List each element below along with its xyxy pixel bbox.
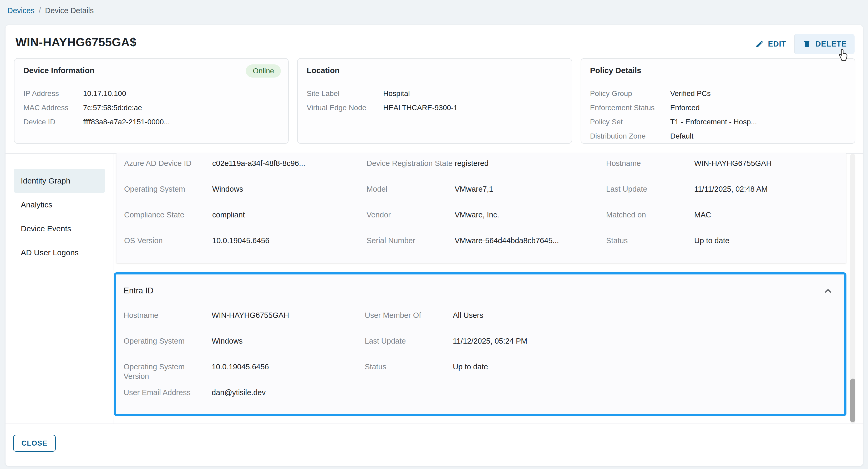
cell-value: 11/12/2025, 05:24 PM [453, 336, 527, 346]
pencil-icon [755, 40, 764, 49]
cell-value: dan@ytisile.dev [212, 388, 266, 397]
table-cell: Status Up to date [365, 362, 844, 388]
vertical-scrollbar-track[interactable] [850, 154, 856, 424]
cell-label: Model [367, 184, 455, 194]
cell-label: User Member Of [365, 310, 453, 320]
table-cell: Operating System Version 10.0.19045.6456 [124, 362, 365, 388]
kv-row: Policy Group Verified PCs [590, 90, 846, 97]
policy-details-title: Policy Details [590, 66, 846, 75]
cell-label: Status [365, 362, 453, 372]
cell-label: Last Update [365, 336, 453, 346]
cell-value: 10.0.19045.6456 [212, 236, 270, 245]
cell-value: All Users [453, 310, 483, 320]
location-title: Location [307, 66, 562, 75]
close-button[interactable]: CLOSE [13, 435, 56, 452]
kv-row: IP Address 10.17.10.100 [23, 90, 279, 97]
sidebar-item-ad-user-logons[interactable]: AD User Logons [14, 241, 105, 264]
kv-value: Hospital [383, 90, 410, 97]
table-cell: Model VMware7,1 [367, 184, 606, 210]
table-cell [365, 388, 844, 413]
cell-value: Windows [212, 184, 243, 194]
breadcrumb: Devices / Device Details [7, 6, 94, 15]
section-divider-bottom [5, 424, 863, 424]
sidebar-item-analytics[interactable]: Analytics [14, 193, 105, 217]
entra-id-title: Entra ID [124, 286, 154, 295]
page-title: WIN-HAYHG6755GA$ [16, 35, 136, 49]
table-cell: Status Up to date [606, 236, 846, 261]
device-information-card: Device Information Online IP Address 10.… [14, 58, 289, 144]
kv-label: Distribution Zone [590, 132, 670, 140]
cell-label: OS Version [124, 236, 212, 245]
location-rows: Site Label Hospital Virtual Edge Node HE… [307, 90, 562, 112]
kv-label: Site Label [307, 90, 383, 97]
kv-value: ffff83a8-a7a2-2151-0000... [83, 118, 170, 126]
cell-label: Operating System [124, 336, 212, 346]
sidebar-item-device-events[interactable]: Device Events [14, 217, 105, 241]
kv-value: 10.17.10.100 [83, 90, 126, 97]
policy-set-link[interactable]: T1 - Enforcement - Hosp... [670, 118, 757, 126]
cell-value: 10.0.19045.6456 [212, 362, 269, 372]
cell-label: Device Registration State [367, 159, 455, 168]
cell-value: registered [455, 159, 489, 168]
cell-label: Vendor [367, 210, 455, 220]
online-status-badge: Online [246, 64, 281, 77]
table-cell: Compliance State compliant [124, 210, 367, 236]
device-information-rows: IP Address 10.17.10.100 MAC Address 7c:5… [23, 90, 279, 126]
table-cell: Hostname WIN-HAYHG6755GAH [606, 159, 846, 184]
cell-value: VMware, Inc. [455, 210, 499, 220]
kv-label: Policy Set [590, 118, 670, 126]
collapse-section-button[interactable] [822, 285, 834, 296]
cell-value: Up to date [453, 362, 488, 372]
kv-value: Enforced [670, 104, 700, 112]
table-cell: Hostname WIN-HAYHG6755GAH [124, 310, 365, 336]
edit-button-label: EDIT [768, 40, 786, 49]
identity-graph-grid: Azure AD Device ID c02e119a-a34f-48f8-8c… [117, 153, 846, 261]
breadcrumb-current: Device Details [45, 6, 94, 15]
summary-cards-row: Device Information Online IP Address 10.… [14, 58, 856, 144]
edit-button[interactable]: EDIT [747, 34, 794, 54]
cell-value: Up to date [694, 236, 730, 245]
kv-label: IP Address [23, 90, 83, 97]
detail-sidebar: Identity Graph Analytics Device Events A… [14, 169, 105, 264]
cell-value: VMware7,1 [455, 184, 493, 194]
entra-id-grid: Hostname WIN-HAYHG6755GAH Operating Syst… [124, 310, 844, 413]
kv-row: MAC Address 7c:57:58:5d:de:ae [23, 104, 279, 112]
identity-graph-table: Azure AD Device ID c02e119a-a34f-48f8-8c… [117, 153, 846, 263]
cell-value: c02e119a-a34f-48f8-8c96... [212, 159, 305, 168]
chevron-up-icon [823, 285, 834, 296]
table-cell: Matched on MAC [606, 210, 846, 236]
cell-label: Hostname [606, 159, 694, 168]
sidebar-item-identity-graph[interactable]: Identity Graph [14, 169, 105, 193]
cell-value: Windows [212, 336, 243, 346]
cell-value: compliant [212, 210, 245, 220]
cell-label: User Email Address [124, 388, 212, 397]
kv-row: Site Label Hospital [307, 90, 562, 97]
kv-label: Enforcement Status [590, 104, 670, 112]
cell-value: WIN-HAYHG6755GAH [694, 159, 772, 168]
virtual-edge-node-link[interactable]: HEALTHCARE-9300-1 [383, 104, 458, 112]
cell-label: Compliance State [124, 210, 212, 220]
kv-label: Virtual Edge Node [307, 104, 383, 112]
breadcrumb-devices-link[interactable]: Devices [7, 6, 34, 15]
kv-row: Policy Set T1 - Enforcement - Hosp... [590, 118, 846, 126]
table-cell: Operating System Windows [124, 336, 365, 362]
cell-label: Operating System Version [124, 362, 212, 381]
kv-row: Device ID ffff83a8-a7a2-2151-0000... [23, 118, 279, 126]
policy-details-card: Policy Details Policy Group Verified PCs… [581, 58, 856, 144]
cell-label: Azure AD Device ID [124, 159, 212, 168]
kv-row: Enforcement Status Enforced [590, 104, 846, 112]
table-cell: User Email Address dan@ytisile.dev [124, 388, 365, 413]
cell-value: WIN-HAYHG6755GAH [212, 310, 289, 320]
trash-icon [803, 40, 811, 49]
policy-group-link[interactable]: Verified PCs [670, 90, 711, 97]
kv-value: Default [670, 132, 694, 140]
cell-value: MAC [694, 210, 711, 220]
device-information-title: Device Information [23, 66, 279, 75]
policy-details-rows: Policy Group Verified PCs Enforcement St… [590, 90, 846, 140]
vertical-scrollbar-thumb[interactable] [850, 379, 856, 422]
cell-label: Last Update [606, 184, 694, 194]
location-card: Location Site Label Hospital Virtual Edg… [297, 58, 572, 144]
cell-label: Hostname [124, 310, 212, 320]
table-cell: Device Registration State registered [367, 159, 606, 184]
device-details-panel: WIN-HAYHG6755GA$ EDIT DELETE Device Info… [5, 25, 863, 466]
